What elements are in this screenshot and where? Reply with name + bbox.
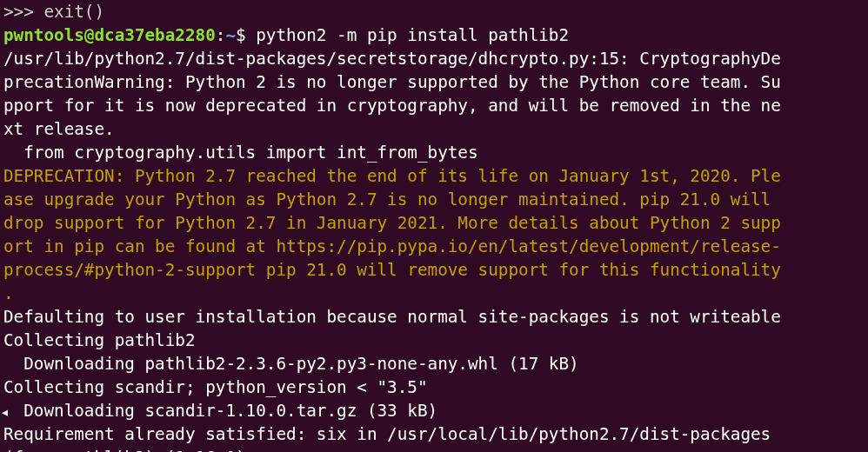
terminal-line: DEPRECATION: Python 2.7 reached the end … (3, 164, 865, 188)
terminal-line: process/#python-2-support pip 21.0 will … (3, 258, 865, 282)
terminal-line: Requirement already satisfied: six in /u… (3, 422, 865, 446)
terminal-line: >>> exit() (3, 0, 865, 23)
scroll-indicator-icon: ◂ (0, 401, 10, 423)
terminal-line: . (3, 282, 865, 305)
prompt-user: pwntools@dca37eba2280 (3, 25, 216, 45)
terminal-line: precationWarning: Python 2 is no longer … (3, 70, 865, 94)
terminal-line: pport for it is now deprecated in crypto… (3, 94, 865, 117)
terminal-line: Downloading scandir-1.10.0.tar.gz (33 kB… (3, 399, 865, 422)
terminal-line: (from pathlib2) (1.16.0) (3, 446, 865, 452)
terminal-line: from cryptography.utils import int_from_… (3, 141, 865, 164)
terminal-line: drop support for Python 2.7 in January 2… (3, 211, 865, 235)
prompt-path: ~ (225, 25, 236, 45)
terminal-line: Downloading pathlib2-2.3.6-py2.py3-none-… (3, 352, 865, 376)
terminal-line: /usr/lib/python2.7/dist-packages/secrets… (3, 47, 865, 70)
terminal-line: Defaulting to user installation because … (3, 305, 865, 329)
terminal-text: : (216, 25, 226, 45)
terminal-line: pwntools@dca37eba2280:~$ python2 -m pip … (3, 23, 865, 47)
terminal-line: ort in pip can be found at https://pip.p… (3, 235, 865, 258)
terminal-line: Collecting pathlib2 (3, 329, 865, 352)
terminal-output[interactable]: >>> exit()pwntools@dca37eba2280:~$ pytho… (0, 0, 868, 452)
terminal-line: xt release. (3, 117, 865, 141)
terminal-line: ase upgrade your Python as Python 2.7 is… (3, 188, 865, 211)
terminal-line: Collecting scandir; python_version < "3.… (3, 376, 865, 399)
terminal-text: $ python2 -m pip install pathlib2 (236, 25, 569, 45)
